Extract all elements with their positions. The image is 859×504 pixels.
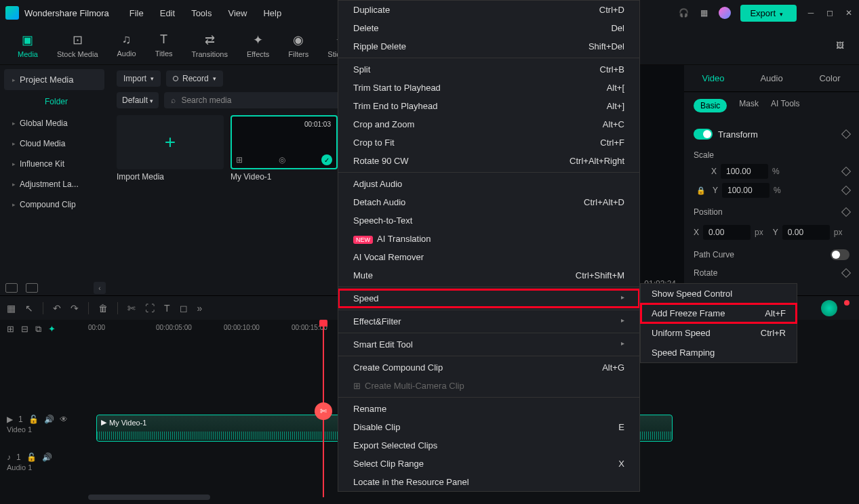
collapse-sidebar-icon[interactable]: ‹ [94, 282, 106, 294]
sidebar-folder[interactable]: Folder [4, 90, 104, 113]
eye-icon[interactable]: 👁 [60, 415, 68, 424]
cm-select-range[interactable]: Select Clip RangeX [338, 455, 639, 473]
pointer-icon[interactable]: ↖ [25, 303, 33, 314]
sidebar-project-media[interactable]: Project Media [4, 69, 104, 90]
menu-tools[interactable]: Tools [191, 8, 212, 18]
transform-keyframe-icon[interactable] [841, 129, 851, 139]
rotate-keyframe[interactable] [841, 268, 851, 278]
new-bin-icon[interactable] [26, 283, 38, 293]
tab-audio[interactable]: ♫Audio [108, 33, 146, 58]
cm-smart-edit[interactable]: Smart Edit Tool [338, 335, 639, 354]
tl-icon4[interactable]: ✦ [48, 324, 56, 335]
sm-show-control[interactable]: Show Speed Control [641, 284, 797, 303]
layout-icon[interactable]: ▦ [7, 303, 16, 314]
image-icon[interactable]: 🖼 [835, 40, 845, 51]
tab-media[interactable]: ▣Media [8, 33, 47, 58]
cm-crop-zoom[interactable]: Crop and ZoomAlt+C [338, 115, 639, 133]
transform-toggle[interactable] [694, 129, 713, 140]
position-keyframe[interactable] [841, 207, 851, 217]
headphones-icon[interactable]: 🎧 [678, 7, 689, 18]
tl-icon2[interactable]: ⊟ [21, 324, 28, 335]
cm-rename[interactable]: Rename [338, 400, 639, 418]
cm-trim-end[interactable]: Trim End to PlayheadAlt+] [338, 97, 639, 115]
apps-icon[interactable]: ▦ [698, 7, 709, 18]
profile-icon[interactable] [719, 7, 731, 19]
cm-ai-vocal[interactable]: AI Vocal Remover [338, 248, 639, 266]
delete-icon[interactable]: 🗑 [98, 303, 108, 314]
sm-freeze-frame[interactable]: Add Freeze FrameAlt+F [641, 303, 797, 323]
sm-speed-ramping[interactable]: Speed Ramping [641, 343, 797, 362]
cm-delete[interactable]: DeleteDel [338, 19, 639, 37]
cm-crop-fit[interactable]: Crop to FitCtrl+F [338, 133, 639, 152]
cm-effect-filter[interactable]: Effect&Filter [338, 312, 639, 331]
cm-compound[interactable]: Create Compound ClipAlt+G [338, 358, 639, 377]
props-tab-color[interactable]: Color [801, 65, 859, 91]
import-button[interactable]: Import ▾ [117, 70, 161, 87]
media-thumb-video1[interactable]: 00:01:03 ⊞ ◎ ✓ [231, 115, 338, 169]
sidebar-cloud-media[interactable]: Cloud Media [4, 133, 104, 154]
minimize-icon[interactable]: ─ [806, 8, 816, 18]
subtab-basic[interactable]: Basic [694, 99, 727, 112]
cm-speed[interactable]: Speed [338, 289, 639, 308]
cm-adjust-audio[interactable]: Adjust Audio [338, 175, 639, 193]
undo-icon[interactable]: ↶ [53, 303, 61, 314]
sidebar-adjustment-layer[interactable]: Adjustment La... [4, 174, 104, 194]
scale-y-keyframe[interactable] [841, 186, 851, 195]
ai-icon[interactable] [821, 300, 837, 316]
lock-track-icon[interactable]: 🔓 [28, 415, 39, 424]
cm-split[interactable]: SplitCtrl+B [338, 60, 639, 79]
sidebar-influence-kit[interactable]: Influence Kit [4, 154, 104, 174]
close-icon[interactable]: ✕ [844, 8, 854, 18]
scale-y-input[interactable]: 100.00 [722, 183, 770, 198]
timeline-scrollbar[interactable] [88, 495, 210, 500]
cm-rotate90[interactable]: Rotate 90 CWCtrl+Alt+Right [338, 152, 639, 170]
tab-filters[interactable]: ◉Filters [279, 33, 318, 58]
cm-mute[interactable]: MuteCtrl+Shift+M [338, 266, 639, 285]
text-icon[interactable]: T [164, 303, 170, 314]
cm-ai-translation[interactable]: NEWAI Translation [338, 230, 639, 248]
sidebar-global-media[interactable]: Global Media [4, 113, 104, 133]
more-icon[interactable]: » [197, 303, 203, 314]
cm-disable[interactable]: Disable ClipE [338, 418, 639, 436]
menu-edit[interactable]: Edit [160, 8, 175, 18]
pos-y-input[interactable]: 0.00 [782, 225, 830, 240]
new-folder-icon[interactable] [5, 283, 18, 293]
tab-transitions[interactable]: ⇄Transitions [182, 33, 237, 58]
import-media-tile[interactable]: + [117, 115, 224, 169]
sm-uniform-speed[interactable]: Uniform SpeedCtrl+R [641, 323, 797, 343]
export-button[interactable]: Export [740, 5, 797, 22]
tab-titles[interactable]: TTitles [146, 33, 182, 58]
cm-duplicate[interactable]: DuplicateCtrl+D [338, 1, 639, 19]
record-button[interactable]: Record ▾ [166, 70, 223, 87]
subtab-mask[interactable]: Mask [739, 99, 759, 112]
playhead[interactable]: ✄ [323, 321, 324, 497]
lock-icon[interactable]: 🔒 [696, 186, 706, 195]
frame-icon[interactable]: ◻ [180, 303, 188, 314]
lock-audio-icon[interactable]: 🔓 [26, 453, 37, 462]
cm-ripple-delete[interactable]: Ripple DeleteShift+Del [338, 37, 639, 56]
props-tab-video[interactable]: Video [684, 65, 742, 91]
cm-locate[interactable]: Locate in the Resource Panel [338, 473, 639, 491]
mute-audio-icon[interactable]: 🔊 [42, 453, 52, 462]
menu-file[interactable]: File [129, 8, 144, 18]
tl-icon3[interactable]: ⧉ [35, 324, 41, 335]
cut-icon[interactable]: ✄ [127, 303, 136, 314]
props-tab-audio[interactable]: Audio [742, 65, 801, 91]
cm-export-selected[interactable]: Export Selected Clips [338, 436, 639, 455]
cm-detach-audio[interactable]: Detach AudioCtrl+Alt+D [338, 193, 639, 211]
mute-track-icon[interactable]: 🔊 [44, 415, 54, 424]
menu-help[interactable]: Help [263, 8, 281, 18]
sidebar-compound-clip[interactable]: Compound Clip [4, 194, 104, 215]
crop-icon[interactable]: ⛶ [145, 303, 155, 314]
cm-speech-text[interactable]: Speech-to-Text [338, 211, 639, 230]
scale-x-keyframe[interactable] [841, 167, 851, 176]
scale-x-input[interactable]: 100.00 [721, 164, 768, 179]
tl-icon1[interactable]: ⊞ [7, 324, 14, 335]
tab-effects[interactable]: ✦Effects [237, 33, 279, 58]
subtab-aitools[interactable]: AI Tools [771, 99, 799, 112]
redo-icon[interactable]: ↷ [71, 303, 79, 314]
maximize-icon[interactable]: ◻ [825, 8, 835, 18]
playhead-cut-icon[interactable]: ✄ [315, 402, 332, 420]
path-curve-toggle[interactable] [831, 249, 850, 260]
tab-stock-media[interactable]: ⊡Stock Media [47, 33, 108, 58]
